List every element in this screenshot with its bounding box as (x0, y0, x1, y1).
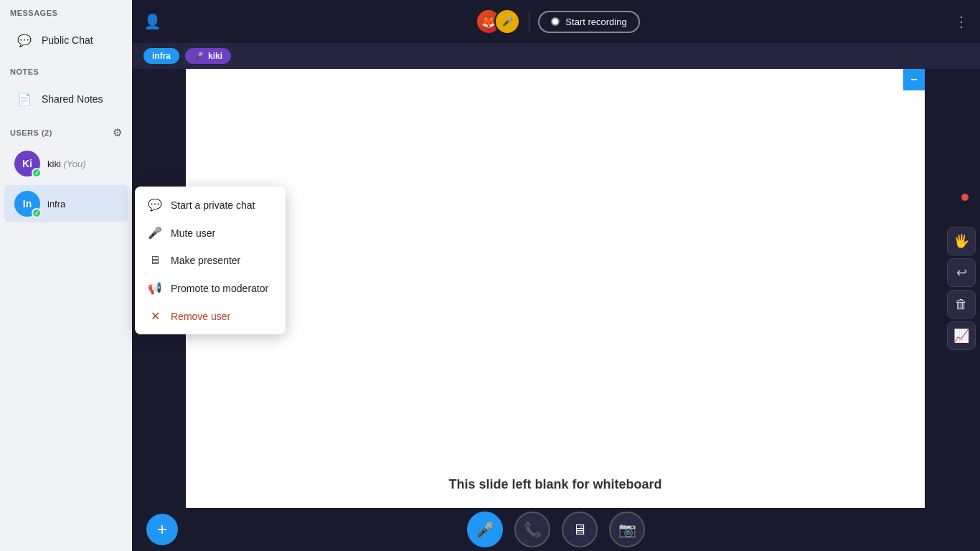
sidebar-item-public-chat[interactable]: 💬 Public Chat (4, 23, 128, 57)
shared-notes-label: Shared Notes (42, 93, 103, 105)
tab-kiki[interactable]: 🎤 kiki (185, 48, 231, 64)
user-tabs-bar: infra 🎤 kiki (132, 43, 980, 69)
chat-icon: 💬 (14, 30, 34, 50)
you-tag: (You) (63, 159, 85, 169)
presenter-icon-ctx: 🖥 (148, 254, 162, 267)
ctx-remove-user[interactable]: ✕ Remove user (135, 302, 286, 330)
bottom-bar: + 🎤 📞 🖥 📷 (132, 508, 980, 551)
slide-area: − This slide left blank for whiteboard (186, 69, 925, 514)
public-chat-label: Public Chat (42, 34, 93, 46)
notes-icon: 📄 (14, 89, 34, 109)
topbar: 👤 🦊 🎤 Start recording ⋮ (132, 0, 980, 43)
hand-tool-button[interactable]: 🖐 (947, 227, 976, 255)
context-menu: 💬 Start a private chat 🎤 Mute user 🖥 Mak… (135, 187, 286, 334)
status-badge-kiki: ✓ (32, 168, 42, 178)
avatar-infra: In ✓ (14, 191, 40, 217)
add-button[interactable]: + (146, 514, 178, 545)
online-indicator-dot (961, 194, 969, 201)
right-toolbar: 🖐 ↩ 🗑 📈 (943, 222, 980, 354)
ctx-start-private-chat[interactable]: 💬 Start a private chat (135, 191, 286, 219)
slide-blank-text: This slide left blank for whiteboard (448, 477, 661, 492)
user-management-button[interactable]: 👤 (143, 13, 161, 30)
ctx-mute-user-label: Mute user (171, 227, 215, 239)
sidebar: MESSAGES 💬 Public Chat NOTES 📄 Shared No… (0, 0, 132, 551)
topbar-center: 🦊 🎤 Start recording (161, 9, 954, 34)
username-kiki: kiki (You) (47, 159, 85, 169)
phone-button[interactable]: 📞 (514, 512, 550, 547)
user-item-infra[interactable]: In ✓ infra (4, 185, 128, 222)
gear-icon[interactable]: ⚙ (113, 126, 122, 139)
ctx-make-presenter[interactable]: 🖥 Make presenter (135, 247, 286, 274)
status-badge-infra: ✓ (32, 208, 42, 218)
notes-section-label: NOTES (0, 59, 132, 80)
tab-infra-label: infra (152, 51, 171, 61)
annotation-button[interactable]: 📈 (947, 321, 976, 350)
microphone-button[interactable]: 🎤 (467, 512, 503, 547)
tab-kiki-label: kiki (208, 51, 222, 61)
ctx-mute-user[interactable]: 🎤 Mute user (135, 219, 286, 247)
ctx-remove-user-label: Remove user (171, 311, 230, 322)
screen-share-button[interactable]: 🖥 (562, 512, 598, 547)
avatar-kiki: Ki ✓ (14, 151, 40, 176)
ctx-promote-moderator-label: Promote to moderator (171, 283, 268, 294)
users-section-label: USERS (2) (10, 128, 52, 137)
messages-section-label: MESSAGES (0, 0, 132, 22)
start-recording-button[interactable]: Start recording (538, 11, 639, 33)
ctx-promote-moderator[interactable]: 📢 Promote to moderator (135, 274, 286, 302)
user-item-kiki[interactable]: Ki ✓ kiki (You) (4, 145, 128, 182)
active-users-badges: 🦊 🎤 (476, 9, 520, 34)
mic-avatar: 🎤 (494, 9, 520, 34)
ctx-make-presenter-label: Make presenter (171, 255, 240, 266)
topbar-right: ⋮ (954, 13, 969, 30)
more-options-button[interactable]: ⋮ (954, 13, 969, 30)
sidebar-item-shared-notes[interactable]: 📄 Shared Notes (4, 82, 128, 116)
camera-button[interactable]: 📷 (609, 512, 645, 547)
users-header: USERS (2) ⚙ (0, 118, 132, 143)
remove-icon-ctx: ✕ (148, 309, 162, 323)
delete-button[interactable]: 🗑 (947, 290, 976, 319)
undo-button[interactable]: ↩ (947, 258, 976, 287)
topbar-divider (529, 11, 529, 32)
mute-icon-ctx: 🎤 (148, 226, 162, 240)
slide-minimize-button[interactable]: − (903, 69, 925, 90)
ctx-start-private-chat-label: Start a private chat (171, 199, 255, 211)
chat-icon-ctx: 💬 (148, 198, 162, 212)
promote-icon-ctx: 📢 (148, 281, 162, 295)
username-infra: infra (47, 199, 65, 209)
mic-icon-kiki: 🎤 (194, 52, 204, 61)
tab-infra[interactable]: infra (143, 48, 179, 64)
record-dot (551, 17, 560, 26)
topbar-left: 👤 (143, 13, 161, 30)
record-label: Start recording (565, 17, 626, 27)
